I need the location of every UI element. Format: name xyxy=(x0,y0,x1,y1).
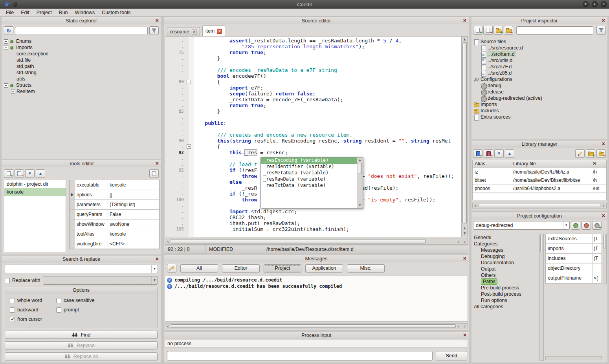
fold-marker-icon[interactable] xyxy=(186,91,191,97)
code-line[interactable]: 92 this._res = resEnc; xyxy=(165,150,468,155)
fold-marker-icon[interactable] xyxy=(186,179,191,185)
scroll-right-icon[interactable]: › xyxy=(462,324,468,329)
add-folder-button[interactable]: + xyxy=(493,26,503,35)
tree-item[interactable]: ResItem xyxy=(9,88,161,95)
panel-close-icon[interactable]: × xyxy=(156,17,159,24)
category-item[interactable]: Run options xyxy=(479,297,538,304)
move-library-down-button[interactable]: ▼ xyxy=(494,149,504,158)
panel-close-icon[interactable]: × xyxy=(156,256,159,262)
category-item[interactable]: Pre-build process xyxy=(479,285,538,291)
menu-item[interactable]: Windows xyxy=(72,9,99,16)
code-line[interactable]: . public: xyxy=(165,120,468,126)
scroll-up-icon[interactable]: ▲ xyxy=(462,37,468,42)
category-item[interactable]: Paths xyxy=(479,278,538,285)
config-property-row[interactable]: outputFilename <( xyxy=(546,273,602,283)
tool-list-item[interactable]: konsole xyxy=(4,188,66,196)
fold-marker-icon[interactable] xyxy=(186,55,191,61)
expander-icon[interactable] xyxy=(4,46,8,50)
fold-marker-icon[interactable] xyxy=(186,144,191,150)
fold-marker-icon[interactable] xyxy=(186,73,191,79)
project-tree-item[interactable]: release xyxy=(479,89,607,95)
tree-item[interactable]: Structs xyxy=(2,82,161,88)
editor-tab[interactable]: resource × xyxy=(167,27,200,36)
code-line[interactable]: . ihash.put(_resRawData); xyxy=(165,220,468,226)
project-tree-item[interactable]: Configurations xyxy=(471,76,607,82)
code-line[interactable]: 105 _initialSum = crc322uint(ihash.finis… xyxy=(165,226,468,232)
property-value[interactable]: [] xyxy=(108,190,159,199)
message-filter-button[interactable]: Application xyxy=(305,264,343,273)
completion-scrollbar[interactable]: ▲ ▼ xyxy=(357,157,363,208)
fold-marker-icon[interactable] xyxy=(186,79,191,85)
project-tree-item[interactable]: Imports xyxy=(471,101,607,108)
menu-item[interactable]: Custom tools xyxy=(98,9,134,16)
clear-messages-button[interactable] xyxy=(167,264,176,273)
property-row[interactable]: toolAlias konsole xyxy=(70,229,159,239)
menu-item[interactable]: Run xyxy=(55,9,72,16)
category-item[interactable]: Documentation xyxy=(479,260,538,266)
project-tree-item[interactable]: Includes xyxy=(471,108,607,114)
remove-folder-button[interactable]: − xyxy=(504,26,513,35)
code-line[interactable]: 75 return true; xyxy=(165,49,468,55)
category-item[interactable]: Post-build process xyxy=(479,291,538,297)
config-property-value[interactable]: <( xyxy=(592,273,602,283)
symbol-filter-input[interactable] xyxy=(15,27,148,35)
remove-source-button[interactable]: − xyxy=(483,26,493,35)
fold-marker-icon[interactable] xyxy=(186,203,191,209)
project-tree-item[interactable]: ../src/resource.d xyxy=(479,45,607,51)
replace-combobox[interactable]: ▼ xyxy=(43,276,158,285)
project-tree-item[interactable]: debug xyxy=(479,82,607,89)
option-checkbox[interactable] xyxy=(56,298,61,303)
property-value[interactable]: swoNone xyxy=(108,219,159,229)
project-tree-item[interactable]: ../src/item.d xyxy=(479,51,607,57)
tree-item[interactable]: core.exception xyxy=(9,51,161,57)
search-option[interactable]: case sensitive xyxy=(56,298,152,303)
replace-all-button[interactable]: Replace all xyxy=(5,352,158,360)
config-property-row[interactable]: imports (T xyxy=(546,244,602,254)
config-property-row[interactable]: extraSources (T xyxy=(546,234,602,244)
fold-marker-icon[interactable] xyxy=(186,108,191,114)
column-header[interactable]: Alias xyxy=(473,160,511,168)
editor-vertical-scrollbar[interactable]: ▲ ▲ ▼ xyxy=(461,37,468,237)
completion-item[interactable]: _resRawData (variable) xyxy=(261,176,357,183)
scrollbar-thumb[interactable] xyxy=(479,204,600,207)
replace-with-checkbox[interactable] xyxy=(5,278,10,283)
inspector-filter-input[interactable] xyxy=(516,26,593,35)
fold-marker-icon[interactable] xyxy=(186,150,191,155)
chevron-down-icon[interactable]: ▼ xyxy=(563,221,569,229)
scroll-left-icon[interactable]: ‹ xyxy=(165,239,171,244)
code-line[interactable]: . scope(failure) return false; xyxy=(165,91,468,97)
option-checkbox[interactable] xyxy=(10,317,15,322)
scrollbar-thumb[interactable] xyxy=(171,324,456,328)
menu-item[interactable]: File xyxy=(2,9,17,16)
project-tree-item[interactable]: ../src/z85.d xyxy=(479,70,607,76)
scroll-up-icon[interactable]: ▲ xyxy=(462,226,468,231)
replace-input[interactable] xyxy=(43,277,151,284)
search-option[interactable]: from cursor xyxy=(10,316,56,322)
move-library-up-button[interactable]: ▲ xyxy=(505,149,514,158)
fold-marker-icon[interactable] xyxy=(186,102,191,108)
tool-list-item[interactable]: dolphin - project dir xyxy=(4,180,66,188)
fold-marker-icon[interactable] xyxy=(186,220,191,226)
config-property-value[interactable] xyxy=(592,263,602,273)
fold-marker-icon[interactable] xyxy=(186,161,191,167)
add-source-button[interactable]: + xyxy=(473,26,482,35)
message-list[interactable]: i compiling /.../build/resource.d.coedit… xyxy=(165,276,468,322)
config-property-value[interactable]: (T xyxy=(592,254,602,263)
fold-marker-icon[interactable] xyxy=(186,173,191,179)
fold-marker-icon[interactable] xyxy=(186,191,191,197)
fold-marker-icon[interactable] xyxy=(186,44,191,49)
code-line[interactable]: 90 this(string resFile, ResEncoding resE… xyxy=(165,138,468,144)
close-library-folder-button[interactable]: − xyxy=(596,149,606,158)
category-item[interactable]: Debugging xyxy=(479,253,538,260)
fold-marker-icon[interactable] xyxy=(186,114,191,120)
scroll-left-icon[interactable]: ‹ xyxy=(165,324,171,329)
fold-marker-icon[interactable] xyxy=(186,132,191,138)
code-line[interactable]: . import e7F; xyxy=(165,85,468,91)
code-line[interactable]: 85 } xyxy=(165,108,468,114)
option-checkbox[interactable] xyxy=(10,307,15,313)
message-filter-button[interactable]: Editor xyxy=(222,264,260,273)
process-input-field[interactable] xyxy=(167,351,433,360)
scroll-left-icon[interactable]: ‹ xyxy=(456,324,462,329)
property-grid-vertical-scrollbar[interactable] xyxy=(603,234,607,284)
tree-item[interactable]: std.string xyxy=(9,70,161,76)
